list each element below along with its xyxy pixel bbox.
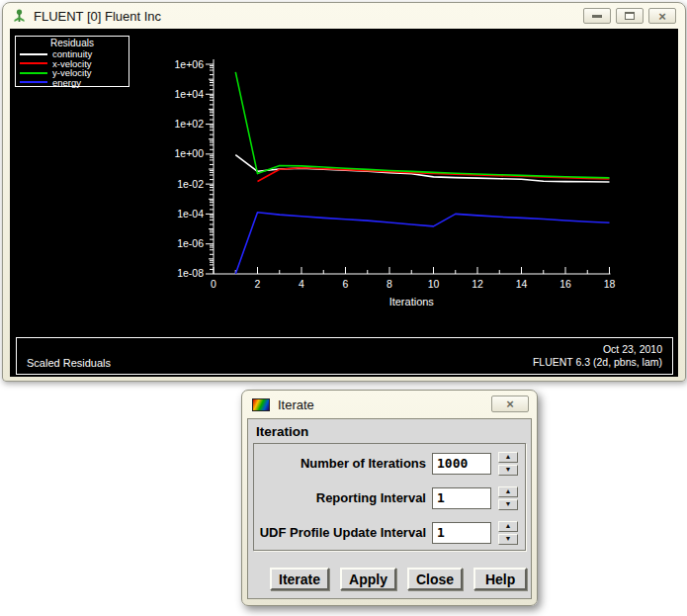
spinner-up-button[interactable]: ▲	[498, 486, 518, 497]
udf-profile-update-interval-row: UDF Profile Update Interval ▲ ▼	[260, 519, 518, 546]
close-window-button[interactable]: ×	[648, 8, 676, 24]
close-icon: ×	[658, 10, 666, 23]
fluent-titlebar[interactable]: FLUENT [0] Fluent Inc ×	[3, 3, 685, 29]
window-title: FLUENT [0] Fluent Inc	[34, 9, 161, 24]
spinner-down-button[interactable]: ▼	[498, 534, 518, 545]
number-of-iterations-spinner: ▲ ▼	[498, 452, 518, 476]
iterate-dialog-title: Iterate	[278, 397, 314, 412]
spinner-up-button[interactable]: ▲	[498, 452, 518, 463]
maximize-icon	[625, 12, 635, 20]
legend-row: energy	[16, 78, 129, 88]
apply-button[interactable]: Apply	[340, 568, 396, 590]
plot-title: Scaled Residuals	[27, 357, 111, 369]
minimize-button[interactable]	[583, 8, 611, 24]
arrow-down-icon: ▼	[505, 535, 512, 542]
spinner-down-button[interactable]: ▼	[498, 499, 518, 510]
dialog-close-button[interactable]: ×	[491, 396, 529, 412]
svg-text:4: 4	[299, 278, 304, 290]
svg-text:1e-02: 1e-02	[177, 178, 204, 190]
dialog-button-row: Iterate Apply Close Help	[248, 568, 531, 590]
reporting-interval-input[interactable]	[432, 487, 491, 509]
minimize-icon	[592, 15, 602, 18]
svg-text:1e+06: 1e+06	[175, 58, 205, 70]
legend-label: energy	[52, 78, 81, 88]
iterate-dialog: Iterate × Iteration Number of Iterations…	[241, 390, 538, 606]
svg-text:1e+02: 1e+02	[175, 118, 205, 130]
number-of-iterations-row: Number of Iterations ▲ ▼	[260, 450, 518, 477]
udf-profile-update-interval-input[interactable]	[432, 522, 491, 544]
svg-text:12: 12	[472, 278, 483, 290]
svg-text:10: 10	[428, 278, 440, 290]
caption-version: FLUENT 6.3 (2d, pbns, lam)	[533, 356, 662, 368]
help-button[interactable]: Help	[473, 568, 527, 590]
x-velocity-line-swatch	[20, 62, 47, 64]
close-button[interactable]: Close	[407, 568, 463, 590]
arrow-down-icon: ▼	[505, 500, 512, 507]
caption-date: Oct 23, 2010	[603, 343, 662, 355]
energy-line-swatch	[20, 81, 47, 83]
udf-profile-update-interval-spinner: ▲ ▼	[498, 521, 518, 545]
number-of-iterations-input[interactable]	[432, 453, 491, 475]
arrow-up-icon: ▲	[505, 453, 512, 460]
reporting-interval-label: Reporting Interval	[316, 490, 426, 505]
reporting-interval-row: Reporting Interval ▲ ▼	[260, 484, 518, 511]
iterate-dialog-icon	[252, 398, 270, 411]
iterate-button[interactable]: Iterate	[270, 568, 329, 590]
iteration-section-label: Iteration	[256, 424, 308, 439]
svg-text:1e-08: 1e-08	[177, 267, 204, 279]
residuals-legend: Residuals continuity x-velocity y-veloci…	[15, 36, 129, 87]
svg-text:8: 8	[386, 278, 392, 290]
iteration-group-box: Number of Iterations ▲ ▼ Reporting Inter…	[253, 443, 526, 551]
y-velocity-line-swatch	[20, 72, 47, 74]
spinner-down-button[interactable]: ▼	[498, 465, 518, 476]
udf-profile-update-interval-label: UDF Profile Update Interval	[260, 525, 426, 540]
svg-text:1e+00: 1e+00	[175, 147, 205, 159]
window-controls: ×	[583, 8, 676, 24]
svg-text:1e+04: 1e+04	[175, 88, 205, 100]
svg-text:18: 18	[604, 278, 616, 290]
plot-caption-meta: Oct 23, 2010 FLUENT 6.3 (2d, pbns, lam)	[533, 343, 662, 369]
maximize-button[interactable]	[616, 8, 644, 24]
svg-text:16: 16	[559, 278, 571, 290]
svg-text:2: 2	[255, 278, 261, 290]
iterate-dialog-content: Iteration Number of Iterations ▲ ▼ Repor…	[247, 418, 532, 599]
iterate-dialog-titlebar[interactable]: Iterate ×	[242, 391, 537, 418]
plot-caption: Scaled Residuals Oct 23, 2010 FLUENT 6.3…	[16, 337, 673, 375]
continuity-line-swatch	[20, 53, 47, 55]
svg-text:1e-06: 1e-06	[177, 237, 204, 249]
arrow-down-icon: ▼	[505, 466, 512, 473]
fluent-window: FLUENT [0] Fluent Inc × 024681012141618I…	[2, 2, 686, 382]
number-of-iterations-label: Number of Iterations	[301, 456, 426, 471]
fluent-app-icon	[12, 9, 27, 24]
reporting-interval-spinner: ▲ ▼	[498, 486, 518, 510]
svg-text:0: 0	[211, 278, 216, 290]
arrow-up-icon: ▲	[505, 487, 512, 494]
close-icon: ×	[506, 397, 514, 410]
arrow-up-icon: ▲	[505, 522, 512, 529]
svg-text:6: 6	[343, 278, 349, 290]
svg-text:Iterations: Iterations	[389, 296, 435, 308]
svg-text:14: 14	[516, 278, 528, 290]
graphics-canvas: 024681012141618Iterations1e+061e+041e+02…	[10, 29, 678, 377]
svg-text:1e-04: 1e-04	[177, 208, 204, 220]
spinner-up-button[interactable]: ▲	[498, 521, 518, 532]
